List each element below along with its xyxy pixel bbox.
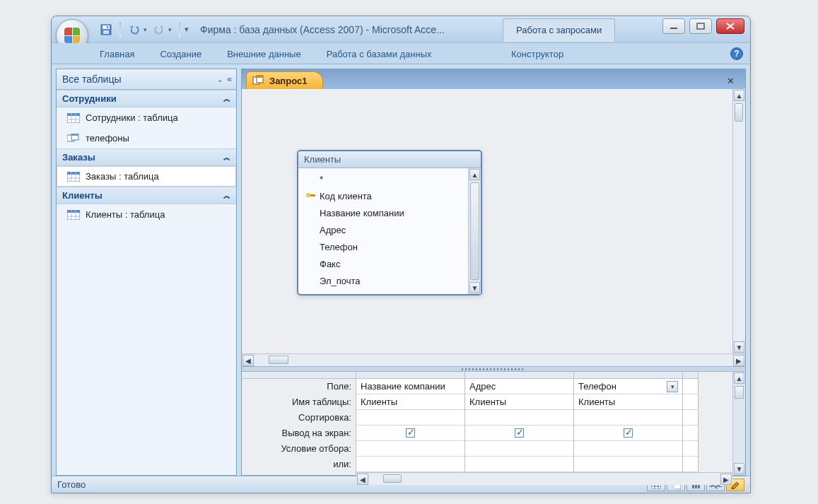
field-list-title[interactable]: Клиенты <box>298 151 481 168</box>
nav-pane-header[interactable]: Все таблицы ⌄ « <box>57 69 236 90</box>
qbe-cell-field[interactable]: Телефон▾ <box>574 379 682 394</box>
ribbon-tab-home[interactable]: Главная <box>97 45 137 64</box>
scroll-down-button[interactable]: ▼ <box>469 282 480 293</box>
nav-item-label: Сотрудники : таблица <box>86 112 178 123</box>
scroll-left-button[interactable]: ◀ <box>357 474 368 485</box>
field-item[interactable]: Факс <box>303 256 467 273</box>
redo-icon <box>153 25 165 35</box>
nav-item-orders-table[interactable]: Заказы : таблица <box>57 166 236 187</box>
qbe-cell-or[interactable] <box>465 457 573 472</box>
diagram-canvas[interactable]: Клиенты * Код клиента Название компании … <box>242 89 732 353</box>
nav-collapse-button[interactable]: « <box>227 74 230 84</box>
status-text: Готово <box>57 479 86 490</box>
dropdown-button[interactable]: ▾ <box>667 381 678 392</box>
svg-rect-3 <box>107 26 108 28</box>
nav-filter-dropdown[interactable]: ⌄ <box>217 76 223 83</box>
scrollbar-thumb[interactable] <box>470 182 479 280</box>
redo-button[interactable] <box>153 23 165 36</box>
scroll-up-button[interactable]: ▲ <box>734 373 744 384</box>
field-item[interactable]: Название компании <box>303 205 467 222</box>
checkbox-icon <box>624 428 633 438</box>
scroll-up-button[interactable]: ▲ <box>469 169 480 180</box>
qbe-cell-or[interactable] <box>356 457 464 472</box>
document-tab-query1[interactable]: Запрос1 <box>246 71 323 89</box>
qbe-cell-criteria[interactable] <box>574 441 682 457</box>
undo-icon <box>129 25 140 35</box>
field-item-pk[interactable]: Код клиента <box>303 188 467 205</box>
nav-group-label: Сотрудники <box>62 93 117 104</box>
scroll-right-button[interactable]: ▶ <box>720 474 732 485</box>
qbe-column-selector[interactable] <box>356 372 464 379</box>
scrollbar-track[interactable] <box>255 354 732 366</box>
scrollbar-thumb[interactable] <box>735 103 743 122</box>
qbe-cell-show[interactable] <box>574 426 682 441</box>
ribbon-tabs: Главная Создание Внешние данные Работа с… <box>52 43 750 64</box>
qbe-cell-field[interactable]: Адрес <box>465 379 573 394</box>
table-icon <box>67 172 80 182</box>
help-button[interactable]: ? <box>730 47 743 60</box>
scrollbar-thumb[interactable] <box>735 386 744 399</box>
scroll-down-button[interactable]: ▼ <box>734 463 744 474</box>
qbe-label-table: Имя таблицы: <box>242 394 356 410</box>
ribbon-tab-database[interactable]: Работа с базами данных <box>324 45 435 64</box>
qbe-cell-show[interactable] <box>356 426 464 441</box>
minimize-button[interactable] <box>662 18 685 34</box>
field-item-all[interactable]: * <box>303 171 467 188</box>
document-close-button[interactable]: × <box>722 74 740 89</box>
save-button[interactable] <box>100 23 112 36</box>
qat-customize-dropdown[interactable]: ▾ <box>185 25 189 34</box>
qbe-cell-sort[interactable] <box>356 410 464 426</box>
qbe-vscrollbar[interactable]: ▲ ▼ <box>732 372 745 475</box>
scrollbar-track[interactable] <box>733 102 745 341</box>
field-item[interactable]: Телефон <box>303 239 467 256</box>
undo-dropdown[interactable]: ▾ <box>144 26 147 33</box>
chevron-up-icon: ︽ <box>223 153 230 163</box>
redo-dropdown[interactable]: ▾ <box>168 26 172 33</box>
qbe-cell-show[interactable] <box>465 426 573 441</box>
qbe-cell-field[interactable]: Название компании <box>356 379 464 394</box>
scroll-down-button[interactable]: ▼ <box>734 341 744 353</box>
nav-group-employees[interactable]: Сотрудники ︽ <box>57 90 236 107</box>
maximize-button[interactable] <box>689 18 712 34</box>
nav-group-orders[interactable]: Заказы ︽ <box>57 148 236 166</box>
ribbon-tab-design[interactable]: Конструктор <box>508 45 566 64</box>
scroll-up-button[interactable]: ▲ <box>734 90 744 101</box>
nav-item-phones-query[interactable]: телефоны <box>57 128 236 148</box>
scrollbar-track[interactable] <box>369 473 720 485</box>
scroll-right-button[interactable]: ▶ <box>733 355 744 366</box>
close-button[interactable] <box>716 18 744 34</box>
qbe-cell-table[interactable]: Клиенты <box>356 394 464 410</box>
qbe-cell-or[interactable] <box>574 457 682 472</box>
scroll-left-button[interactable]: ◀ <box>243 355 254 366</box>
field-list-scrollbar[interactable]: ▲ ▼ <box>468 168 481 294</box>
qbe-cell-table[interactable]: Клиенты <box>465 394 573 410</box>
svg-rect-20 <box>67 210 80 213</box>
qbe-column-selector[interactable] <box>574 372 682 379</box>
qbe-cell-sort[interactable] <box>465 410 573 426</box>
nav-group-clients[interactable]: Клиенты ︽ <box>57 187 236 204</box>
qbe-label-sort: Сортировка: <box>242 410 356 426</box>
ribbon-tab-create[interactable]: Создание <box>157 45 204 64</box>
qbe-cell-sort[interactable] <box>574 410 682 426</box>
field-item[interactable]: Адрес <box>303 222 467 239</box>
field-item[interactable]: Эл_почта <box>303 273 467 290</box>
qbe-cell-criteria[interactable] <box>465 441 573 457</box>
qbe-cell-table[interactable]: Клиенты <box>574 394 682 410</box>
diagram-vscrollbar[interactable]: ▲ ▼ <box>732 89 745 353</box>
quick-access-toolbar: ▾ ▾ ▾ <box>100 22 189 37</box>
scrollbar-thumb[interactable] <box>269 356 288 364</box>
qbe-column-selector[interactable] <box>465 372 573 379</box>
diagram-hscrollbar[interactable]: ◀ ▶ <box>242 353 745 366</box>
undo-button[interactable] <box>128 23 141 36</box>
nav-item-employees-table[interactable]: Сотрудники : таблица <box>57 107 236 128</box>
qbe-hscrollbar[interactable]: ◀ ▶ <box>356 472 732 485</box>
qbe-cell-criteria[interactable] <box>356 441 464 457</box>
table-icon <box>67 210 80 220</box>
ribbon-tab-external[interactable]: Внешние данные <box>224 45 304 64</box>
field-list-clients[interactable]: Клиенты * Код клиента Название компании … <box>297 150 482 295</box>
qbe-column-selector[interactable] <box>683 372 698 379</box>
horizontal-splitter[interactable] <box>242 366 745 372</box>
qbe-label-or: или: <box>242 457 356 472</box>
scrollbar-thumb[interactable] <box>383 474 402 483</box>
nav-item-clients-table[interactable]: Клиенты : таблица <box>57 204 236 225</box>
